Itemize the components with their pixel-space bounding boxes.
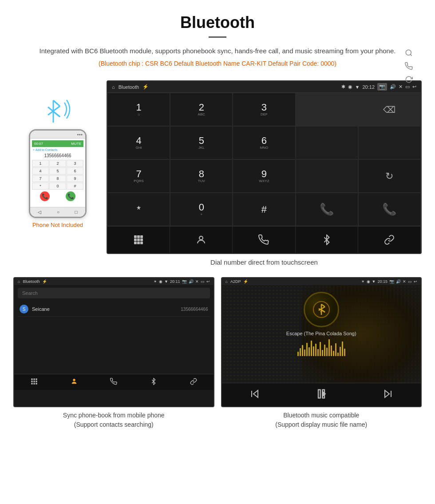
svg-rect-21 — [33, 381, 35, 382]
dial-key-4[interactable]: 4 GHI — [107, 126, 170, 159]
phone-key-hash[interactable]: # — [67, 183, 83, 190]
contacts-vol-icon: 🔊 — [189, 279, 194, 284]
phone-add-contacts: + Add to Contacts — [32, 148, 83, 151]
contacts-home-icon[interactable]: ⌂ — [18, 279, 20, 284]
home-icon[interactable]: ⌂ — [112, 84, 115, 90]
back-icon[interactable]: ↩ — [412, 84, 416, 90]
dial-end-call-button[interactable]: 📞 — [358, 193, 421, 226]
contacts-tb-link[interactable] — [190, 378, 197, 386]
phone-key-4[interactable]: 4 — [32, 167, 49, 175]
svg-rect-22 — [36, 381, 37, 382]
dial-key-9[interactable]: 9 WXYZ — [233, 159, 295, 193]
music-prev-button[interactable] — [249, 389, 260, 401]
dial-key-hash[interactable]: # — [233, 193, 295, 226]
volume-icon[interactable]: 🔊 — [390, 84, 396, 90]
svg-marker-34 — [253, 390, 258, 397]
svg-rect-9 — [137, 238, 140, 241]
contacts-search[interactable]: Search — [18, 288, 210, 298]
svg-rect-23 — [31, 383, 32, 384]
dial-key-1[interactable]: 1 ⌂ — [107, 93, 170, 126]
bottom-right-panel: ⌂ A2DP ⚡ ✴ ◉ ▼ 20:15 📷 🔊 ✕ ▭ ↩ — [221, 277, 422, 431]
phone-key-3[interactable]: 3 — [67, 160, 83, 167]
contacts-tb-phone[interactable] — [110, 378, 117, 386]
svg-rect-11 — [134, 242, 137, 244]
phone-dialpad: 1 2 3 4 5 6 7 8 9 * 0 # — [32, 160, 83, 190]
bluetooth-status-icon: ✱ — [341, 84, 345, 90]
close-icon[interactable]: ✕ — [399, 84, 403, 90]
dial-key-star[interactable]: * — [107, 193, 170, 226]
phone-key-5[interactable]: 5 — [49, 167, 66, 175]
contacts-tb-bt[interactable] — [150, 378, 157, 386]
dial-refresh-button[interactable]: ↻ — [358, 159, 421, 193]
music-album-art: ♪ — [304, 292, 339, 327]
contacts-close-icon[interactable]: ✕ — [195, 279, 199, 284]
svg-rect-7 — [140, 235, 143, 238]
dial-key-5[interactable]: 5 JKL — [170, 126, 233, 159]
bottom-left-panel: ⌂ Bluetooth ⚡ ✴ ◉ ▼ 20:11 📷 🔊 ✕ ▭ ↩ Se — [13, 277, 214, 431]
dial-key-7[interactable]: 7 PQRS — [107, 159, 170, 193]
contacts-back-icon[interactable]: ↩ — [206, 279, 210, 284]
phone-key-2[interactable]: 2 — [49, 160, 66, 167]
car-dialpad-grid: 1 ⌂ 2 ABC 3 DEF ⌫ 4 GHI — [107, 92, 421, 226]
page-header: Bluetooth Integrated with BC6 Bluetooth … — [0, 0, 435, 80]
dial-key-2[interactable]: 2 ABC — [170, 93, 233, 126]
phone-call-row: 📞 📞 — [32, 191, 83, 201]
phone-key-9[interactable]: 9 — [67, 175, 83, 182]
phone-key-0[interactable]: 0 — [49, 183, 66, 190]
music-back-icon[interactable]: ↩ — [414, 279, 417, 284]
dial-backspace[interactable]: ⌫ — [358, 93, 421, 126]
phone-device: ●●● 00:07MUTE + Add to Contacts 13566664… — [29, 129, 87, 218]
page-description: Integrated with BC6 Bluetooth module, su… — [36, 46, 399, 56]
toolbar-link[interactable] — [358, 226, 421, 253]
music-win-icon: ▭ — [408, 279, 412, 284]
music-play-button[interactable] — [315, 388, 328, 402]
wifi-icon: ▼ — [355, 84, 360, 90]
contacts-content: Search S Seicane — [14, 285, 214, 374]
phone-top-bar: ●●● — [30, 131, 85, 139]
status-left: ⌂ Bluetooth ⚡ — [112, 84, 149, 90]
camera-icon[interactable]: 📷 — [377, 83, 387, 91]
toolbar-phone[interactable] — [233, 226, 295, 253]
phone-key-1[interactable]: 1 — [32, 160, 49, 167]
music-controls — [222, 383, 421, 406]
contacts-time: 20:11 — [170, 279, 180, 284]
phone-key-8[interactable]: 8 — [49, 175, 66, 182]
svg-rect-20 — [31, 381, 32, 382]
toolbar-bluetooth[interactable] — [296, 226, 358, 253]
toolbar-contacts[interactable] — [170, 226, 233, 253]
phone-end-call[interactable]: 📞 — [40, 191, 50, 201]
phone-number: 13566664466 — [32, 153, 83, 158]
phone-key-6[interactable]: 6 — [67, 167, 83, 175]
music-close-icon[interactable]: ✕ — [403, 279, 406, 284]
music-home-icon[interactable]: ⌂ — [225, 279, 228, 284]
bluetooth-signal-icon — [40, 94, 75, 125]
music-vol-icon: 🔊 — [396, 279, 401, 284]
music-cam-icon: 📷 — [389, 279, 394, 284]
svg-marker-39 — [385, 390, 389, 397]
location-icon: ◉ — [348, 84, 352, 90]
svg-rect-8 — [134, 238, 137, 241]
dial-key-0[interactable]: 0 + — [170, 193, 233, 226]
svg-rect-6 — [137, 235, 140, 238]
dial-key-3[interactable]: 3 DEF — [233, 93, 295, 126]
contacts-loc-icon: ◉ — [159, 279, 162, 284]
music-usb-icon: ⚡ — [243, 279, 248, 284]
dial-key-6[interactable]: 6 MNO — [233, 126, 295, 159]
contacts-cam-icon: 📷 — [182, 279, 187, 284]
contact-row[interactable]: S Seicane 13566664466 — [18, 302, 210, 317]
svg-rect-17 — [31, 378, 32, 380]
contacts-tb-person[interactable] — [71, 378, 78, 386]
phone-mockup-area: ●●● 00:07MUTE + Add to Contacts 13566664… — [13, 80, 102, 228]
bluetooth-icon-area — [40, 94, 75, 125]
dial-key-8[interactable]: 8 TUV — [170, 159, 233, 193]
phone-key-7[interactable]: 7 — [32, 175, 49, 182]
phone-key-star[interactable]: * — [32, 183, 49, 190]
window-icon[interactable]: ▭ — [405, 84, 410, 90]
contact-avatar: S — [20, 305, 28, 314]
contacts-tb-dialpad[interactable] — [31, 378, 38, 386]
phone-answer-call[interactable]: 📞 — [66, 191, 75, 201]
toolbar-dialpad[interactable] — [107, 226, 170, 253]
music-next-button[interactable] — [383, 389, 393, 401]
dial-call-button[interactable]: 📞 — [296, 193, 358, 226]
car-dial-toolbar — [107, 226, 421, 253]
